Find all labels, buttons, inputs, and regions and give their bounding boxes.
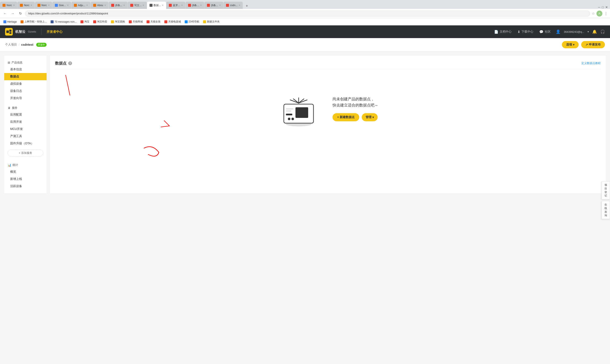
sidebar-item-virtual[interactable]: 虚拟设备 xyxy=(4,80,47,87)
sidebar-item-app-config[interactable]: 应用配置 xyxy=(4,111,47,118)
tab-8[interactable]: 数据... × xyxy=(147,2,166,9)
tab-close-12[interactable]: × xyxy=(239,4,240,7)
headphone-icon[interactable]: 🎧 xyxy=(600,29,605,34)
bookmark-1[interactable]: 上网导航・轻快上... xyxy=(19,19,48,24)
bookmark-4[interactable]: 淘宝特卖 xyxy=(92,19,108,24)
tab-close-7[interactable]: × xyxy=(143,4,144,7)
tab-4[interactable]: Adju... × xyxy=(71,2,90,9)
tutorial-link[interactable]: 定义数据点教程 xyxy=(582,61,601,65)
bookmark-label-1: 上网导航・轻快上... xyxy=(24,20,47,24)
sidebar-item-datapoint[interactable]: 数据点 xyxy=(4,73,47,80)
profile-button[interactable]: A xyxy=(596,11,602,16)
sidebar-section-stats-label: 统计 xyxy=(13,163,18,167)
tab-6[interactable]: (8条... × xyxy=(109,2,127,9)
sidebar-item-basic[interactable]: 基本信息 xyxy=(4,66,47,73)
bookmark-2[interactable]: 70 messages non... xyxy=(49,20,78,24)
tab-close-6[interactable]: × xyxy=(123,4,125,7)
bookmark-5[interactable]: 淘宝团购 xyxy=(110,19,126,24)
tab-favicon-0 xyxy=(2,4,5,7)
back-button[interactable]: ← xyxy=(2,11,8,16)
bell-icon[interactable]: 🔔 xyxy=(592,29,597,34)
bookmark-favicon-5 xyxy=(111,20,114,23)
sidebar-item-virtual-label: 虚拟设备 xyxy=(10,82,22,85)
side-panel-consult[interactable]: 在线咨询 xyxy=(601,201,610,219)
tab-favicon-2 xyxy=(38,4,41,7)
bookmark-6[interactable]: 天猫商城 xyxy=(127,19,144,24)
tab-0[interactable]: Norc × xyxy=(0,2,17,9)
sidebar-item-production[interactable]: 产测工具 xyxy=(4,133,47,140)
tab-close-9[interactable]: × xyxy=(181,4,183,7)
tab-close-4[interactable]: × xyxy=(86,4,88,7)
tab-9[interactable]: 蓝牙... × xyxy=(166,2,185,9)
manage-button[interactable]: 管理 ▾ xyxy=(362,113,378,121)
sidebar-item-dev-guide[interactable]: 开发向导 xyxy=(4,95,47,102)
tab-close-0[interactable]: × xyxy=(13,4,15,7)
sidebar-item-mcu[interactable]: MCU开发 xyxy=(4,126,47,133)
options-button[interactable]: 选项 ▾ xyxy=(562,41,579,48)
device-illustration xyxy=(277,87,320,130)
create-datapoint-button[interactable]: + 新建数据点 xyxy=(333,113,359,121)
tab-close-3[interactable]: × xyxy=(67,4,69,7)
tab-12[interactable]: csdn... × xyxy=(223,2,243,9)
help-icon[interactable]: ? xyxy=(68,61,72,65)
minimize-button[interactable]: ─ xyxy=(598,5,600,9)
user-dropdown-arrow[interactable]: ▾ xyxy=(588,30,589,33)
tab-2[interactable]: Norc × xyxy=(35,2,52,9)
sidebar-item-ota[interactable]: 固件升级（OTA） xyxy=(4,140,47,147)
tab-close-11[interactable]: × xyxy=(219,4,221,7)
sidebar-item-app-dev[interactable]: 应用开发 xyxy=(4,118,47,126)
nav-link-community[interactable]: 💬 社区 xyxy=(539,30,551,34)
close-button[interactable]: ✕ xyxy=(605,5,608,9)
nav-link-download[interactable]: ⬇ 下载中心 xyxy=(517,30,533,34)
tab-11[interactable]: (8条... × xyxy=(204,2,223,9)
user-name[interactable]: 364399243@q... xyxy=(564,30,584,33)
more-options-button[interactable]: ⋮ xyxy=(604,11,608,16)
page-header: 个人项目 / csdntest 开发中 选项 ▾ ↗ 申请发布 xyxy=(0,38,610,52)
add-service-button[interactable]: + 添加服务 xyxy=(8,150,43,156)
tab-3[interactable]: Goo... × xyxy=(52,2,71,9)
bookmark-favicon-2 xyxy=(51,20,54,23)
tab-close-10[interactable]: × xyxy=(200,4,202,7)
bookmark-7[interactable]: 天猫女装 xyxy=(145,19,162,24)
add-service-area: + 添加服务 xyxy=(4,147,47,159)
bookmark-9[interactable]: 2345导航 xyxy=(183,19,201,24)
tab-label-0: Norc xyxy=(7,4,12,7)
breadcrumb: 个人项目 / csdntest 开发中 xyxy=(5,43,47,47)
breadcrumb-home[interactable]: 个人项目 xyxy=(5,43,17,47)
tab-7[interactable]: 写文... × xyxy=(128,2,147,9)
logo-area: 机智云 Gizwits 开发者中心 xyxy=(5,28,63,36)
tab-label-5: Abou xyxy=(97,4,103,7)
bookmark-favicon-4 xyxy=(93,20,96,23)
reload-button[interactable]: ↻ xyxy=(17,11,23,16)
bookmark-favicon-8 xyxy=(164,20,167,23)
tab-1[interactable]: Norc × xyxy=(17,2,35,9)
sidebar-item-new-online[interactable]: 新增上线 xyxy=(4,175,47,183)
tab-close-1[interactable]: × xyxy=(31,4,32,7)
tab-close-2[interactable]: × xyxy=(48,4,50,7)
side-panel-register[interactable]: 项目登记 xyxy=(601,181,610,199)
tab-favicon-10 xyxy=(188,4,191,7)
sidebar-item-active-devices[interactable]: 活跃设备 xyxy=(4,183,47,190)
bookmark-star[interactable]: ☆ xyxy=(592,12,595,15)
main-title-area: 数据点 ? xyxy=(55,61,72,66)
tab-close-5[interactable]: × xyxy=(104,4,106,7)
sidebar-divider-2 xyxy=(4,159,47,161)
bookmark-8[interactable]: 天猫电器城 xyxy=(163,19,182,24)
tab-10[interactable]: (8条... × xyxy=(186,2,204,9)
new-tab-button[interactable]: + xyxy=(244,3,250,9)
tab-5[interactable]: Abou × xyxy=(91,2,108,9)
tab-close-8[interactable]: × xyxy=(162,4,163,7)
forward-button[interactable]: → xyxy=(10,11,16,16)
sidebar-item-device-log[interactable]: 设备日志 xyxy=(4,87,47,95)
bookmark-heritage[interactable]: Héritage xyxy=(2,20,18,24)
bookmark-favicon-0 xyxy=(3,20,6,23)
publish-button[interactable]: ↗ 申请发布 xyxy=(581,41,605,48)
bookmark-3[interactable]: 淘宝 xyxy=(79,19,91,24)
sidebar-item-overview[interactable]: 概览 xyxy=(4,168,47,175)
sidebar-divider-1 xyxy=(4,102,47,104)
add-service-label: + 添加服务 xyxy=(19,151,32,155)
address-input[interactable] xyxy=(25,11,590,16)
nav-link-docs[interactable]: 📄 文档中心 xyxy=(494,30,512,34)
bookmark-10[interactable]: 新建文件夹 xyxy=(202,19,221,24)
maximize-button[interactable]: □ xyxy=(602,5,604,9)
